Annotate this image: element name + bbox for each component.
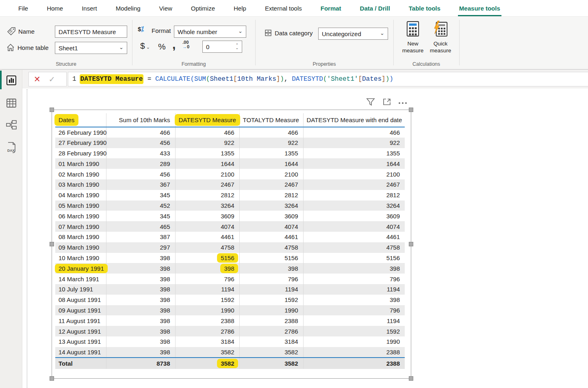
table-cell[interactable]: 796 xyxy=(175,274,239,284)
table-cell[interactable]: 12 August 1991 xyxy=(55,326,106,336)
table-cell[interactable]: 3184 xyxy=(239,336,303,347)
table-cell[interactable]: 2100 xyxy=(303,169,405,179)
table-cell[interactable]: 14 March 1991 xyxy=(55,274,106,284)
column-header[interactable]: DATESYTD Measure with end date xyxy=(303,113,405,127)
menu-tab-data-drill[interactable]: Data / Drill xyxy=(351,0,399,16)
table-cell[interactable]: 4758 xyxy=(239,242,303,253)
table-cell[interactable]: 4074 xyxy=(303,221,405,232)
table-cell[interactable]: 398 xyxy=(106,263,175,274)
table-row[interactable]: 13 August 1991398318431841990 xyxy=(55,336,405,347)
report-view-icon[interactable] xyxy=(6,75,17,86)
table-cell[interactable]: 01 March 1990 xyxy=(55,158,106,169)
table-cell[interactable]: 466 xyxy=(239,127,303,138)
accept-formula-icon[interactable]: ✓ xyxy=(46,75,59,84)
table-cell[interactable]: 796 xyxy=(303,274,405,284)
menu-tab-file[interactable]: File xyxy=(9,0,37,16)
table-row[interactable]: 10 July 1991398119411941194 xyxy=(55,284,405,295)
table-cell[interactable]: 1990 xyxy=(239,305,303,316)
table-row[interactable]: 05 March 1990452326432643264 xyxy=(55,200,405,211)
table-cell[interactable]: 10 July 1991 xyxy=(55,284,106,295)
table-cell[interactable]: 433 xyxy=(106,148,175,159)
table-cell[interactable]: 398 xyxy=(106,295,175,305)
column-header[interactable]: Sum of 10th Marks xyxy=(106,113,175,127)
table-cell[interactable]: 1355 xyxy=(239,148,303,159)
table-cell[interactable]: 796 xyxy=(303,305,405,316)
table-cell[interactable]: 2388 xyxy=(239,315,303,326)
table-cell[interactable]: 345 xyxy=(106,190,175,200)
currency-format-button[interactable]: $ ⌄ xyxy=(140,41,150,51)
resize-handle-mid-left[interactable] xyxy=(50,242,54,246)
table-cell[interactable]: 398 xyxy=(106,336,175,347)
table-cell[interactable]: 289 xyxy=(106,158,175,169)
table-cell[interactable]: 466 xyxy=(106,127,175,138)
menu-tab-optimize[interactable]: Optimize xyxy=(182,0,224,16)
quick-measure-button[interactable]: Quick measure xyxy=(427,21,453,54)
percent-format-button[interactable]: % xyxy=(158,42,166,52)
table-cell[interactable]: 4074 xyxy=(239,221,303,232)
table-cell[interactable]: 3582 xyxy=(175,347,239,358)
table-cell[interactable]: 1194 xyxy=(175,284,239,295)
table-row[interactable]: 14 March 1991398796796796 xyxy=(55,274,405,284)
table-cell[interactable]: 398 xyxy=(106,326,175,336)
table-cell[interactable]: 922 xyxy=(303,138,405,148)
table-cell[interactable]: 1355 xyxy=(303,148,405,159)
table-cell[interactable]: 2786 xyxy=(239,326,303,336)
table-cell[interactable]: 09 August 1991 xyxy=(55,305,106,316)
table-cell[interactable]: 3609 xyxy=(239,211,303,221)
table-cell[interactable]: 03 March 1990 xyxy=(55,179,106,190)
menu-tab-help[interactable]: Help xyxy=(224,0,256,16)
table-cell[interactable]: 452 xyxy=(106,200,175,211)
table-cell[interactable]: 4461 xyxy=(175,232,239,242)
resize-handle-top-right[interactable] xyxy=(409,108,413,112)
table-cell[interactable]: 398 xyxy=(239,263,303,274)
table-row[interactable]: 09 August 199139819901990796 xyxy=(55,305,405,316)
table-cell[interactable]: 1644 xyxy=(303,158,405,169)
measure-name-input[interactable]: DATESYTD Measure xyxy=(55,26,127,38)
table-cell[interactable]: 398 xyxy=(175,263,239,274)
table-row[interactable]: 03 March 1990367246724672467 xyxy=(55,179,405,190)
table-cell[interactable]: 465 xyxy=(106,221,175,232)
table-cell[interactable]: 1355 xyxy=(175,148,239,159)
table-row[interactable]: 20 January 1991398398398398 xyxy=(55,263,405,274)
table-cell[interactable]: 345 xyxy=(106,211,175,221)
table-cell[interactable]: 27 February 1990 xyxy=(55,138,106,148)
table-cell[interactable]: 3264 xyxy=(303,200,405,211)
table-row[interactable]: 07 March 1990465407440744074 xyxy=(55,221,405,232)
table-cell[interactable]: 2812 xyxy=(239,190,303,200)
home-table-dropdown[interactable]: Sheet1⌄ xyxy=(55,42,127,54)
table-cell[interactable]: 13 August 1991 xyxy=(55,336,106,347)
table-cell[interactable]: 1644 xyxy=(239,158,303,169)
table-cell[interactable]: 398 xyxy=(106,253,175,263)
table-cell[interactable]: 2812 xyxy=(303,190,405,200)
table-row[interactable]: 04 March 1990345281228122812 xyxy=(55,190,405,200)
column-header[interactable]: TOTALYTD Measure xyxy=(239,113,303,127)
table-cell[interactable]: 1592 xyxy=(239,295,303,305)
table-cell[interactable]: 1592 xyxy=(303,326,405,336)
resize-handle-mid-right[interactable] xyxy=(409,242,413,246)
table-cell[interactable]: 398 xyxy=(106,347,175,358)
table-row[interactable]: 10 March 1990398515651565156 xyxy=(55,253,405,263)
table-cell[interactable]: 456 xyxy=(106,169,175,179)
stepper-arrows[interactable]: ⌃⌄ xyxy=(235,44,239,50)
table-cell[interactable]: 14 August 1991 xyxy=(55,347,106,358)
menu-tab-measure-tools[interactable]: Measure tools xyxy=(450,0,510,16)
menu-tab-modeling[interactable]: Modeling xyxy=(106,0,150,16)
format-dropdown[interactable]: Whole number⌄ xyxy=(174,26,246,38)
menu-tab-table-tools[interactable]: Table tools xyxy=(399,0,450,16)
table-cell[interactable]: 398 xyxy=(106,305,175,316)
table-cell[interactable]: 2812 xyxy=(175,190,239,200)
table-cell[interactable]: 1644 xyxy=(175,158,239,169)
table-cell[interactable]: 10 March 1990 xyxy=(55,253,106,263)
dax-query-view-icon[interactable]: DAX xyxy=(6,141,17,154)
table-cell[interactable]: 26 February 1990 xyxy=(55,127,106,138)
table-cell[interactable]: 466 xyxy=(303,127,405,138)
data-category-dropdown[interactable]: Uncategorized⌄ xyxy=(318,28,388,40)
table-cell[interactable]: 387 xyxy=(106,232,175,242)
dax-formula-input[interactable]: 1DATESYTD Measure = CALCULATE(SUM(Sheet1… xyxy=(68,72,588,86)
menu-tab-external-tools[interactable]: External tools xyxy=(256,0,311,16)
decimal-places-stepper[interactable]: 0 ⌃⌄ xyxy=(202,41,242,53)
table-cell[interactable]: 1194 xyxy=(303,315,405,326)
table-cell[interactable]: 07 March 1990 xyxy=(55,221,106,232)
table-cell[interactable]: 1592 xyxy=(175,295,239,305)
table-cell[interactable]: 1990 xyxy=(175,305,239,316)
